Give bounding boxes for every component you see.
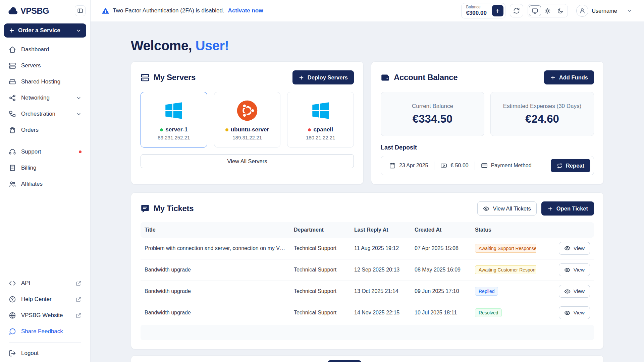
- credit-card-icon: [481, 162, 488, 169]
- sidebar-item-label: Networking: [21, 95, 50, 101]
- external-link-icon: [76, 297, 82, 302]
- view-ticket-button[interactable]: View: [559, 285, 590, 298]
- globe-icon: [9, 312, 16, 319]
- view-ticket-button[interactable]: View: [559, 306, 590, 319]
- view-ticket-button[interactable]: View: [559, 263, 590, 276]
- sidebar-collapse-button[interactable]: [75, 5, 86, 16]
- ticket-created: 09 Jun 2025 17:10: [411, 281, 471, 302]
- ticket-title: Bandwidth upgrade: [141, 302, 290, 323]
- ticket-row: Problem with connection and server, conn…: [141, 238, 594, 259]
- sidebar-item-affiliates[interactable]: Affiliates: [3, 176, 87, 192]
- view-all-tickets-button[interactable]: View All Tickets: [477, 201, 536, 216]
- wallet-icon: [381, 73, 390, 82]
- ticket-created: 08 May 2025 16:09: [411, 259, 471, 281]
- sidebar-item-billing[interactable]: Billing: [3, 160, 87, 176]
- hard-drive-icon: [9, 78, 16, 85]
- plus-icon: [299, 75, 304, 80]
- server-card-server-1[interactable]: server-1 89.231.252.21: [141, 92, 207, 147]
- eye-icon: [564, 310, 571, 316]
- server-name: server-1: [165, 126, 187, 133]
- sidebar-item-orders[interactable]: Orders: [3, 122, 87, 138]
- sidebar-item-api[interactable]: API: [3, 275, 87, 291]
- sidebar-item-orchestration[interactable]: Orchestration: [3, 106, 87, 122]
- support-notification-dot: [79, 150, 82, 153]
- shopping-bag-icon: [9, 126, 16, 134]
- help-circle-icon: [9, 296, 16, 303]
- brand-logo[interactable]: VPSBG: [7, 6, 49, 16]
- add-funds-button[interactable]: Add Funds: [544, 70, 594, 84]
- tickets-header-row: Title Department Last Reply At Created A…: [141, 222, 594, 238]
- ticket-department: Technical Support: [290, 281, 350, 302]
- affiliate-action-button[interactable]: [327, 360, 362, 362]
- server-ip: 89.231.252.21: [144, 135, 204, 140]
- status-badge: Resolved: [475, 308, 502, 317]
- page-title: Welcome, User!: [131, 38, 604, 53]
- eye-icon: [483, 205, 489, 212]
- message-bubble-icon: [9, 328, 16, 335]
- chevron-down-icon: [76, 111, 82, 117]
- eye-icon: [564, 267, 571, 273]
- view-all-servers-button[interactable]: View All Servers: [141, 154, 354, 168]
- ticket-last-reply: 12 Sep 2025 20:13: [350, 259, 411, 281]
- ticket-row: Bandwidth upgrade Technical Support 14 N…: [141, 302, 594, 323]
- sidebar-divider: [9, 141, 81, 141]
- deploy-servers-button[interactable]: Deploy Servers: [292, 70, 354, 84]
- balance-value: €300.00: [466, 10, 486, 16]
- tickets-table: Title Department Last Reply At Created A…: [141, 222, 594, 323]
- ticket-title: Problem with connection and server, conn…: [141, 238, 290, 259]
- monitor-icon: [532, 8, 538, 14]
- add-balance-button[interactable]: [492, 5, 503, 16]
- estimated-expenses-label: Estimated Expenses (30 Days): [503, 103, 581, 110]
- server-card-ubuntu-server[interactable]: ubuntu-server 189.31.22.21: [214, 92, 281, 147]
- users-icon: [9, 180, 16, 188]
- balance-text: Balance €300.00: [466, 5, 486, 16]
- deposit-date-cell: 23 Apr 2025: [383, 162, 434, 169]
- column-header-last-reply: Last Reply At: [350, 222, 411, 238]
- sidebar-item-logout[interactable]: Logout: [3, 345, 87, 361]
- ticket-department: Technical Support: [290, 302, 350, 323]
- currency-sync-button[interactable]: [510, 4, 523, 17]
- estimated-expenses-box: Estimated Expenses (30 Days) €24.60: [490, 92, 594, 136]
- my-tickets-card: My Tickets View All Tickets Open Ticket: [131, 192, 604, 349]
- affiliate-program-card: Affiliate Program: [131, 355, 604, 362]
- account-balance-card: Account Balance Add Funds Current Balanc…: [371, 61, 604, 184]
- sidebar-item-share-feedback[interactable]: Share Feedback: [3, 323, 87, 340]
- plus-icon: [550, 75, 556, 80]
- deposit-amount-cell: € 50.00: [434, 162, 474, 169]
- theme-light-button[interactable]: [542, 5, 554, 16]
- user-menu[interactable]: Username: [576, 5, 633, 17]
- sidebar-nav: Dashboard Servers Shared Hosting Network…: [0, 41, 90, 193]
- sidebar-item-shared-hosting[interactable]: Shared Hosting: [3, 74, 87, 90]
- person-icon: [579, 7, 586, 14]
- sidebar-item-servers[interactable]: Servers: [3, 58, 87, 74]
- theme-dark-button[interactable]: [554, 5, 567, 16]
- sidebar-item-vpsbg-website[interactable]: VPSBG Website: [3, 307, 87, 323]
- view-ticket-button[interactable]: View: [559, 242, 590, 255]
- twofa-alert: Two-Factor Authentication (2FA) is disab…: [102, 7, 263, 14]
- server-ip: 180.21.22.21: [291, 135, 350, 140]
- column-header-title: Title: [141, 222, 290, 238]
- order-service-button[interactable]: Order a Service: [4, 23, 86, 38]
- balance-label: Balance: [466, 5, 486, 10]
- sidebar-item-label: Logout: [21, 350, 39, 357]
- status-badge: Awaiting Customer Response: [475, 265, 536, 274]
- ubuntu-logo-icon: [236, 100, 258, 122]
- sidebar-item-label: API: [21, 280, 30, 287]
- theme-system-button[interactable]: [529, 5, 541, 16]
- ticket-row: Bandwidth upgrade Technical Support 12 S…: [141, 259, 594, 281]
- sidebar-item-support[interactable]: Support: [3, 144, 87, 160]
- sidebar-item-dashboard[interactable]: Dashboard: [3, 42, 87, 58]
- sidebar-item-help-center[interactable]: Help Center: [3, 291, 87, 307]
- ticket-row: Bandwidth upgrade Technical Support 13 O…: [141, 281, 594, 302]
- repeat-deposit-button[interactable]: Repeat: [551, 159, 590, 172]
- repeat-icon: [557, 163, 562, 169]
- welcome-username: User!: [196, 38, 229, 53]
- server-card-cpanell[interactable]: cpanell 180.21.22.21: [287, 92, 354, 147]
- open-ticket-button[interactable]: Open Ticket: [541, 201, 594, 216]
- activate-2fa-link[interactable]: Activate now: [228, 7, 263, 14]
- sidebar-item-networking[interactable]: Networking: [3, 90, 87, 106]
- calendar-icon: [389, 162, 396, 169]
- current-balance-box: Current Balance €334.50: [381, 92, 484, 136]
- deposit-amount: € 50.00: [450, 163, 468, 169]
- column-header-department: Department: [290, 222, 350, 238]
